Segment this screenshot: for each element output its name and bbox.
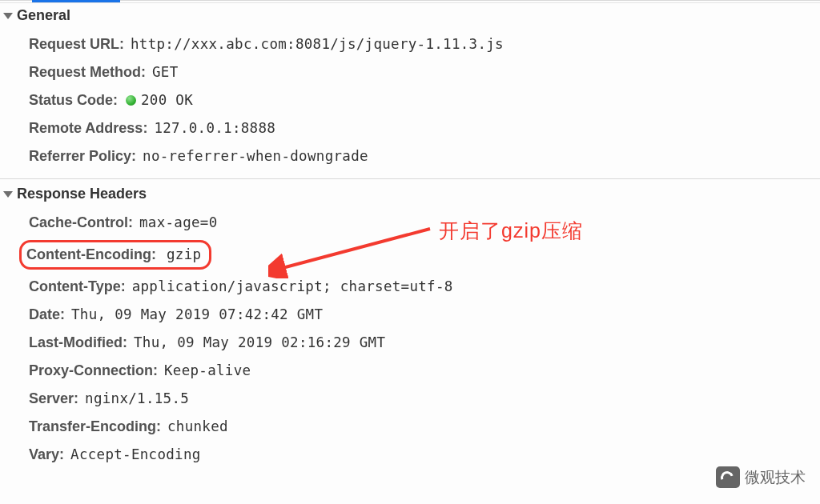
top-separator — [0, 2, 820, 3]
proxy-connection-key: Proxy-Connection — [29, 360, 164, 382]
proxy-connection-row: Proxy-Connection Keep-alive — [0, 357, 820, 385]
content-type-key: Content-Type — [29, 276, 132, 298]
annotation-text: 开启了gzip压缩 — [439, 218, 583, 244]
remote-address-row: Remote Address 127.0.0.1:8888 — [0, 114, 820, 142]
transfer-encoding-row: Transfer-Encoding chunked — [0, 413, 820, 441]
request-method-key: Request Method — [29, 62, 152, 83]
date-key: Date — [29, 304, 71, 326]
content-encoding-key: Content-Encoding — [26, 246, 163, 262]
wechat-icon — [716, 466, 740, 488]
cache-control-val: max-age=0 — [139, 212, 218, 233]
vary-key: Vary — [29, 444, 70, 466]
watermark-text: 微观技术 — [745, 467, 806, 488]
content-encoding-highlight: Content-Encoding gzip — [19, 240, 211, 270]
response-headers-section: Response Headers Cache-Control max-age=0… — [0, 178, 820, 477]
vary-val: Accept-Encoding — [70, 444, 201, 465]
request-url-val: http://xxx.abc.com:8081/js/jquery-1.11.3… — [131, 34, 504, 54]
date-row: Date Thu, 09 May 2019 07:42:42 GMT — [0, 301, 820, 329]
general-header[interactable]: General — [0, 7, 820, 24]
cache-control-row: Cache-Control max-age=0 — [0, 209, 820, 237]
request-url-row: Request URL http://xxx.abc.com:8081/js/j… — [0, 30, 820, 58]
content-encoding-val: gzip — [167, 246, 201, 262]
server-key: Server — [29, 388, 85, 410]
server-row: Server nginx/1.15.5 — [0, 385, 820, 413]
status-code-key: Status Code — [29, 90, 124, 111]
response-headers-title: Response Headers — [17, 186, 147, 202]
remote-address-key: Remote Address — [29, 118, 154, 139]
chevron-down-icon — [3, 191, 13, 198]
remote-address-val: 127.0.0.1:8888 — [154, 118, 275, 138]
general-title: General — [17, 7, 70, 24]
transfer-encoding-val: chunked — [167, 416, 228, 437]
status-code-row: Status Code 200 OK — [0, 86, 820, 114]
transfer-encoding-key: Transfer-Encoding — [29, 416, 167, 438]
last-modified-row: Last-Modified Thu, 09 May 2019 02:16:29 … — [0, 329, 820, 357]
last-modified-key: Last-Modified — [29, 332, 134, 354]
status-code-val: 200 OK — [141, 90, 193, 110]
content-encoding-row: Content-Encoding gzip — [0, 237, 820, 273]
general-section: General Request URL http://xxx.abc.com:8… — [0, 0, 820, 178]
referrer-policy-key: Referrer Policy — [29, 146, 143, 167]
proxy-connection-val: Keep-alive — [164, 360, 251, 381]
content-type-val: application/javascript; charset=utf-8 — [132, 276, 453, 297]
referrer-policy-val: no-referrer-when-downgrade — [143, 146, 368, 166]
request-url-key: Request URL — [29, 34, 131, 55]
status-dot-icon — [126, 95, 136, 106]
chevron-down-icon — [3, 13, 13, 19]
cache-control-key: Cache-Control — [29, 212, 139, 234]
response-headers-header[interactable]: Response Headers — [0, 186, 820, 202]
server-val: nginx/1.15.5 — [85, 388, 189, 409]
date-val: Thu, 09 May 2019 07:42:42 GMT — [71, 304, 323, 325]
content-type-row: Content-Type application/javascript; cha… — [0, 273, 820, 301]
watermark: 微观技术 — [716, 466, 806, 488]
last-modified-val: Thu, 09 May 2019 02:16:29 GMT — [134, 332, 385, 353]
request-method-val: GET — [152, 62, 179, 82]
request-method-row: Request Method GET — [0, 58, 820, 86]
referrer-policy-row: Referrer Policy no-referrer-when-downgra… — [0, 142, 820, 170]
vary-row: Vary Accept-Encoding — [0, 441, 820, 469]
